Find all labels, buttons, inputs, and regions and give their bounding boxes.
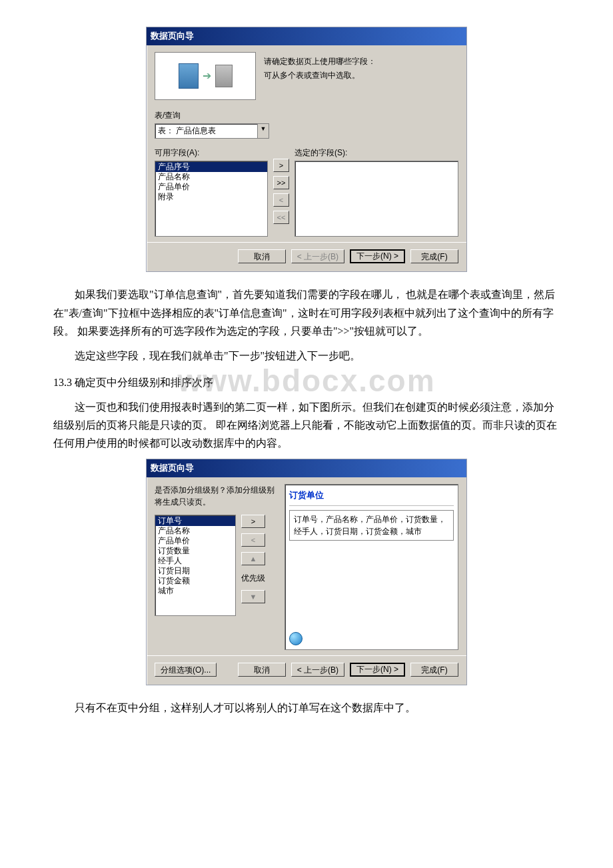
move-all-right-button[interactable]: >> xyxy=(273,176,289,189)
page-icon xyxy=(215,65,233,87)
list-item[interactable]: 附录 xyxy=(155,192,267,202)
priority-down-button[interactable]: ▼ xyxy=(241,590,265,603)
dialog2-titlebar: 数据页向导 xyxy=(147,459,466,477)
remove-group-button[interactable]: < xyxy=(241,533,265,547)
list-item[interactable]: 城市 xyxy=(155,586,235,596)
list-item[interactable]: 订货数量 xyxy=(155,546,235,556)
section-heading: 13.3 确定页中分组级别和排序次序 xyxy=(53,374,560,391)
prompt-line1: 请确定数据页上使用哪些字段： xyxy=(264,55,458,69)
next-button[interactable]: 下一步(N) > xyxy=(350,663,405,677)
cancel-button[interactable]: 取消 xyxy=(238,249,286,263)
list-item[interactable]: 产品名称 xyxy=(155,172,267,182)
available-fields-listbox[interactable]: 产品序号 产品名称 产品单价 附录 xyxy=(155,161,268,237)
cancel-button[interactable]: 取消 xyxy=(238,663,286,677)
list-item[interactable]: 产品序号 xyxy=(155,162,267,172)
list-item[interactable]: 订货金额 xyxy=(155,576,235,586)
table-query-label: 表/查询 xyxy=(155,109,458,122)
back-button[interactable]: < 上一步(B) xyxy=(291,663,344,677)
dropdown-value: 表： 产品信息表 xyxy=(155,124,257,138)
move-left-button[interactable]: < xyxy=(273,193,289,207)
finish-button[interactable]: 完成(F) xyxy=(410,663,458,677)
paragraph-4: 只有不在页中分组，这样别人才可以将别人的订单写在这个数据库中了。 xyxy=(53,699,560,717)
add-group-button[interactable]: > xyxy=(241,515,265,528)
list-item[interactable]: 产品单价 xyxy=(155,182,267,192)
paragraph-2: 选定这些字段，现在我们就单击"下一步"按钮进入下一步吧。 xyxy=(53,347,560,365)
list-item[interactable]: 订单号 xyxy=(155,516,235,526)
selected-fields-listbox[interactable] xyxy=(295,161,458,237)
preview-fields: 订单号，产品名称，产品单价，订货数量，经手人，订货日期，订货金额，城市 xyxy=(289,510,454,541)
wizard-decor-image: ➔ xyxy=(155,52,256,100)
list-item[interactable]: 产品单价 xyxy=(155,536,235,546)
move-all-left-button[interactable]: << xyxy=(273,211,289,224)
list-item[interactable]: 产品名称 xyxy=(155,526,235,536)
next-button[interactable]: 下一步(N) > xyxy=(350,249,405,263)
table-icon xyxy=(179,63,199,89)
grouping-fields-listbox[interactable]: 订单号 产品名称 产品单价 订货数量 经手人 订货日期 订货金额 城市 xyxy=(155,515,236,616)
list-item[interactable]: 订货日期 xyxy=(155,566,235,576)
arrow-icon: ➔ xyxy=(203,67,211,85)
move-right-button[interactable]: > xyxy=(273,159,289,172)
wizard-dialog-2: 数据页向导 是否添加分组级别？添加分组级别将生成只读页。 订单号 产品名称 产品… xyxy=(146,459,467,685)
preview-header: 订货单位 xyxy=(289,489,454,506)
finish-button[interactable]: 完成(F) xyxy=(410,249,458,263)
dialog1-prompt: 请确定数据页上使用哪些字段： 可从多个表或查询中选取。 xyxy=(264,52,458,83)
chevron-down-icon[interactable]: ▼ xyxy=(257,124,269,138)
group-options-button[interactable]: 分组选项(O)... xyxy=(155,663,217,677)
prompt-line2: 可从多个表或查询中选取。 xyxy=(264,69,458,83)
back-button: < 上一步(B) xyxy=(291,249,344,263)
paragraph-3: 这一页也和我们使用报表时遇到的第二页一样，如下图所示。但我们在创建页的时候必须注… xyxy=(53,398,560,453)
paragraph-1: 如果我们要选取"订单信息查询"，首先要知道我们需要的字段在哪儿， 也就是在哪个表… xyxy=(53,285,560,340)
available-fields-label: 可用字段(A): xyxy=(155,147,268,159)
priority-up-button[interactable]: ▲ xyxy=(241,552,265,565)
list-item[interactable]: 经手人 xyxy=(155,556,235,566)
dialog2-intro: 是否添加分组级别？添加分组级别将生成只读页。 xyxy=(155,484,278,508)
globe-icon xyxy=(289,632,303,645)
selected-fields-label: 选定的字段(S): xyxy=(295,147,458,159)
wizard-dialog-1: 数据页向导 ➔ 请确定数据页上使用哪些字段： 可从多个表或查询中选取。 表/查询… xyxy=(146,27,467,272)
priority-label: 优先级 xyxy=(241,572,265,585)
grouping-preview: 订货单位 订单号，产品名称，产品单价，订货数量，经手人，订货日期，订货金额，城市 xyxy=(285,484,458,650)
table-query-dropdown[interactable]: 表： 产品信息表 ▼ xyxy=(155,123,269,139)
dialog1-titlebar: 数据页向导 xyxy=(147,27,466,45)
